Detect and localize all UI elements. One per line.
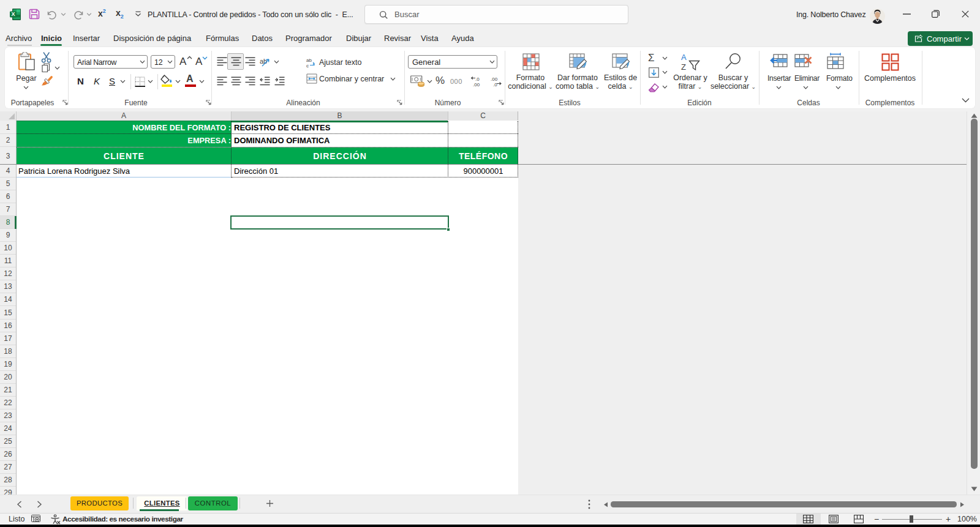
svg-text:X: X [11, 11, 15, 17]
